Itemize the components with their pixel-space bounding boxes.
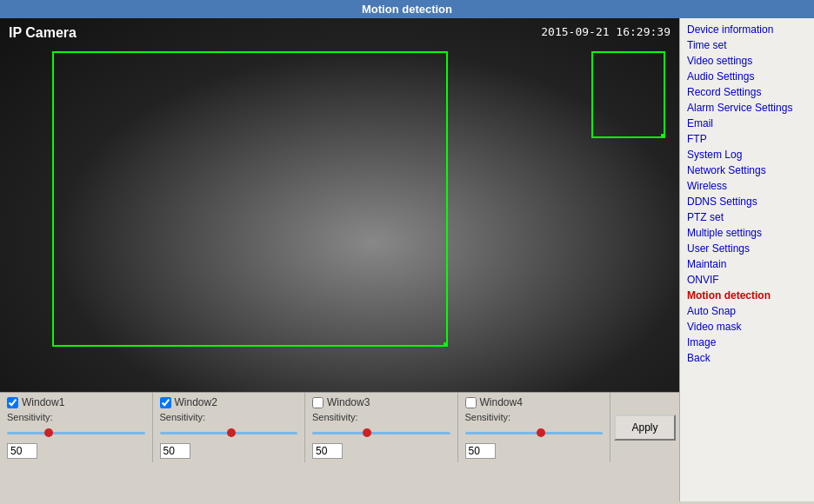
sidebar-item-alarm-service-settings[interactable]: Alarm Service Settings [680,100,814,116]
sidebar-item-network-settings[interactable]: Network Settings [680,162,814,178]
camera-label: IP Camera [9,25,77,41]
window-checkbox-1[interactable] [7,397,18,408]
apply-button[interactable]: Apply [614,414,675,441]
slider-track-3 [312,432,450,434]
slider-thumb-3[interactable] [363,428,371,437]
sensitivity-value-3[interactable] [312,443,343,459]
sensitivity-value-1[interactable] [7,443,37,459]
slider-container-3 [312,426,450,440]
sidebar-item-email[interactable]: Email [680,116,814,131]
window1-corner [444,342,448,347]
window-header-3: Window3 [312,396,450,408]
slider-track-4 [465,432,604,434]
camera-feed: IP Camera 2015-09-21 16:29:39 [0,18,679,392]
window-label-3: Window3 [327,396,370,408]
sidebar-item-time-set[interactable]: Time set [680,37,814,53]
sensitivity-value-2[interactable] [160,443,190,459]
sidebar-item-maintain[interactable]: Maintain [680,256,814,272]
bottom-area: Window1Sensitivity:Window2Sensitivity:Wi… [0,392,679,462]
sidebar-item-record-settings[interactable]: Record Settings [680,84,814,100]
sidebar-item-ftp[interactable]: FTP [680,131,814,147]
window-header-2: Window2 [160,396,298,408]
sensitivity-label-1: Sensitivity: [7,412,145,422]
camera-timestamp: 2015-09-21 16:29:39 [541,25,671,38]
window-col-2: Window2Sensitivity: [153,393,306,462]
sidebar-item-onvif[interactable]: ONVIF [680,272,814,288]
window-checkbox-4[interactable] [465,397,477,408]
sidebar-item-auto-snap[interactable]: Auto Snap [680,303,814,319]
main-layout: IP Camera 2015-09-21 16:29:39 Window1Sen… [0,18,814,501]
sensitivity-label-4: Sensitivity: [465,412,604,422]
slider-container-2 [160,426,298,440]
sidebar-item-audio-settings[interactable]: Audio Settings [680,69,814,84]
sidebar-item-motion-detection[interactable]: Motion detection [680,288,814,303]
window-label-1: Window1 [22,396,64,408]
sensitivity-label-3: Sensitivity: [312,412,450,422]
detection-window-1[interactable] [52,51,448,347]
window-label-2: Window2 [175,396,217,408]
window-col-3: Window3Sensitivity: [305,393,458,462]
window-header-1: Window1 [7,396,145,408]
sidebar-item-system-log[interactable]: System Log [680,147,814,162]
sidebar-item-image[interactable]: Image [680,335,814,350]
slider-thumb-1[interactable] [44,428,53,437]
slider-track-1 [7,432,145,434]
slider-thumb-4[interactable] [537,428,545,437]
sidebar-item-ddns-settings[interactable]: DDNS Settings [680,194,814,209]
windows-area: Window1Sensitivity:Window2Sensitivity:Wi… [0,393,610,462]
sidebar-item-device-information[interactable]: Device information [680,22,814,37]
window-header-4: Window4 [465,396,604,408]
sidebar-item-multiple-settings[interactable]: Multiple settings [680,225,814,241]
sensitivity-value-4[interactable] [465,443,496,459]
slider-thumb-2[interactable] [227,428,236,437]
slider-container-4 [465,426,604,440]
window-label-4: Window4 [480,396,523,408]
slider-container-1 [7,426,145,440]
window-checkbox-3[interactable] [312,397,324,408]
window-col-1: Window1Sensitivity: [0,393,153,462]
sidebar: Device informationTime setVideo settings… [679,18,814,501]
title-bar: Motion detection [0,0,814,18]
sidebar-item-wireless[interactable]: Wireless [680,178,814,194]
sidebar-item-user-settings[interactable]: User Settings [680,241,814,256]
sidebar-item-back[interactable]: Back [680,350,814,366]
window2-corner [661,134,665,138]
window-col-4: Window4Sensitivity: [458,393,610,462]
apply-area: Apply [610,393,679,462]
content-area: IP Camera 2015-09-21 16:29:39 Window1Sen… [0,18,679,501]
sensitivity-label-2: Sensitivity: [160,412,298,422]
sidebar-item-ptz-set[interactable]: PTZ set [680,209,814,225]
sidebar-item-video-mask[interactable]: Video mask [680,319,814,335]
sidebar-item-video-settings[interactable]: Video settings [680,53,814,69]
window-checkbox-2[interactable] [160,397,171,408]
page-title: Motion detection [362,3,452,16]
detection-window-2[interactable] [591,51,665,138]
